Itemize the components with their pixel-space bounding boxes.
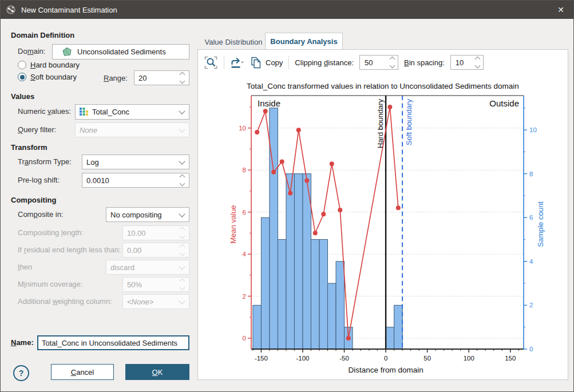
chevron-down-icon bbox=[179, 211, 185, 217]
svg-text:2: 2 bbox=[529, 302, 533, 308]
domain-button[interactable]: Unconsolidated Sediments bbox=[52, 44, 189, 60]
svg-text:Distance from domain: Distance from domain bbox=[348, 366, 423, 374]
copy-button[interactable]: Copy bbox=[250, 56, 283, 69]
svg-text:6: 6 bbox=[243, 209, 246, 216]
svg-text:0: 0 bbox=[529, 346, 533, 353]
svg-text:Hard boundary: Hard boundary bbox=[376, 99, 385, 148]
svg-text:Sample count: Sample count bbox=[536, 201, 545, 247]
spinner-arrows[interactable] bbox=[476, 57, 481, 68]
residual-length-spinner: 0.00 bbox=[122, 243, 189, 258]
spinner-arrows[interactable] bbox=[180, 175, 186, 185]
svg-text:4: 4 bbox=[529, 258, 533, 265]
name-input[interactable] bbox=[37, 335, 189, 350]
svg-text:6: 6 bbox=[529, 214, 533, 221]
weighting-column-label: Additional weighting column: bbox=[18, 297, 112, 306]
analysis-panel: Value Distribution Boundary Analysis bbox=[197, 26, 569, 388]
range-value: 20 bbox=[138, 74, 180, 82]
svg-text:2: 2 bbox=[243, 293, 246, 300]
svg-text:Soft boundary: Soft boundary bbox=[405, 99, 413, 145]
weighting-column-value: <None> bbox=[127, 298, 177, 306]
chevron-down-icon bbox=[179, 126, 185, 132]
numeric-values-value: Total_Conc bbox=[92, 108, 177, 116]
section-transform: Transform bbox=[11, 143, 47, 152]
svg-text:-150: -150 bbox=[255, 355, 268, 362]
radio-circle-selected[interactable] bbox=[18, 73, 26, 81]
svg-text:Inside: Inside bbox=[258, 98, 280, 108]
then-label: then bbox=[18, 263, 32, 271]
dialog-window: New Contaminant Estimation ✕ Domain Defi… bbox=[0, 0, 574, 392]
name-label: Name: bbox=[11, 338, 34, 347]
dialog-body: Domain Definition Domain: Unconsolidated… bbox=[1, 19, 573, 391]
weighting-column-dropdown: <None> bbox=[122, 294, 189, 309]
svg-text:8: 8 bbox=[243, 167, 246, 173]
svg-text:0: 0 bbox=[384, 355, 387, 362]
boundary-analysis-panel: Copy Clipping distance: 50 Bin spacing: … bbox=[197, 49, 568, 380]
range-spinner[interactable]: 20 bbox=[134, 70, 189, 85]
chevron-down-icon bbox=[179, 158, 185, 164]
tab-value-distribution[interactable]: Value Distribution bbox=[202, 34, 265, 49]
clipping-distance-value: 50 bbox=[365, 58, 373, 67]
zoom-select-button[interactable] bbox=[204, 56, 218, 70]
boundary-chart: 02468100246810-150-100-50050100150Distan… bbox=[203, 89, 565, 375]
bin-spacing-value: 10 bbox=[456, 58, 464, 67]
then-dropdown: discard bbox=[106, 260, 189, 275]
svg-text:Outside: Outside bbox=[489, 98, 519, 108]
query-filter-label: Query filter: bbox=[18, 125, 56, 134]
numeric-values-dropdown[interactable]: Total_Conc bbox=[75, 104, 189, 120]
compositing-length-spinner: 10.00 bbox=[122, 225, 189, 240]
compositing-length-label: Compositing length: bbox=[18, 228, 84, 237]
range-label: Range: bbox=[104, 74, 128, 82]
hard-boundary-label: Hard boundary bbox=[30, 61, 80, 69]
close-button[interactable]: ✕ bbox=[548, 1, 573, 19]
help-button[interactable]: ? bbox=[13, 365, 29, 381]
prelog-shift-spinner[interactable]: 0.0010 bbox=[82, 173, 189, 188]
export-button[interactable] bbox=[230, 56, 244, 69]
svg-text:Mean value: Mean value bbox=[229, 205, 237, 243]
svg-text:-100: -100 bbox=[296, 355, 309, 362]
transform-type-dropdown[interactable]: Log bbox=[82, 155, 189, 169]
radio-circle[interactable] bbox=[18, 61, 26, 69]
prelog-shift-label: Pre-log shift: bbox=[18, 176, 60, 184]
composite-in-dropdown[interactable]: No compositing bbox=[106, 207, 189, 222]
chevron-down-icon bbox=[179, 298, 185, 304]
numeric-values-label: Numeric values: bbox=[18, 107, 71, 116]
spinner-arrows[interactable] bbox=[180, 73, 186, 83]
soft-boundary-label: Soft boundary bbox=[30, 73, 77, 81]
prelog-shift-value: 0.0010 bbox=[86, 176, 180, 185]
svg-text:10: 10 bbox=[239, 125, 246, 132]
bin-spacing-label: Bin spacing: bbox=[404, 58, 445, 67]
chart-toolbar: Copy Clipping distance: 50 Bin spacing: … bbox=[204, 53, 484, 72]
clipping-distance-spinner[interactable]: 50 bbox=[359, 55, 398, 70]
hard-boundary-radio[interactable]: Hard boundary bbox=[18, 61, 80, 69]
spinner-arrows[interactable] bbox=[390, 57, 396, 68]
composite-in-value: No compositing bbox=[110, 211, 177, 219]
copy-label: Copy bbox=[266, 58, 283, 67]
min-coverage-value: 50% bbox=[127, 280, 180, 289]
svg-text:100: 100 bbox=[464, 355, 474, 362]
svg-text:4: 4 bbox=[243, 251, 247, 258]
compositing-length-value: 10.00 bbox=[127, 229, 180, 237]
section-domain-definition: Domain Definition bbox=[11, 31, 74, 39]
domain-value: Unconsolidated Sediments bbox=[77, 47, 186, 56]
clipping-distance-label: Clipping distance: bbox=[295, 58, 354, 67]
section-values: Values bbox=[11, 92, 34, 101]
tab-boundary-analysis[interactable]: Boundary Analysis bbox=[265, 33, 343, 51]
domain-shape-icon bbox=[61, 47, 73, 57]
transform-type-label: Transform Type: bbox=[18, 157, 72, 166]
section-compositing: Compositing bbox=[11, 196, 56, 204]
query-filter-dropdown: None bbox=[75, 122, 189, 137]
app-icon bbox=[6, 5, 16, 15]
soft-boundary-radio[interactable]: Soft boundary bbox=[18, 73, 77, 81]
bin-spacing-spinner[interactable]: 10 bbox=[450, 55, 484, 70]
chevron-down-icon bbox=[179, 263, 185, 270]
query-filter-value: None bbox=[80, 126, 177, 134]
residual-length-label: If residual end length less than: bbox=[18, 246, 121, 254]
ok-button[interactable]: OK bbox=[125, 364, 189, 380]
copy-icon bbox=[250, 56, 263, 69]
svg-text:150: 150 bbox=[505, 355, 516, 362]
transform-type-value: Log bbox=[86, 158, 177, 167]
cancel-button[interactable]: Cancel bbox=[51, 364, 114, 380]
toolbar-separator bbox=[288, 56, 289, 69]
domain-label: Domain: bbox=[18, 47, 45, 56]
svg-text:-50: -50 bbox=[339, 355, 349, 362]
